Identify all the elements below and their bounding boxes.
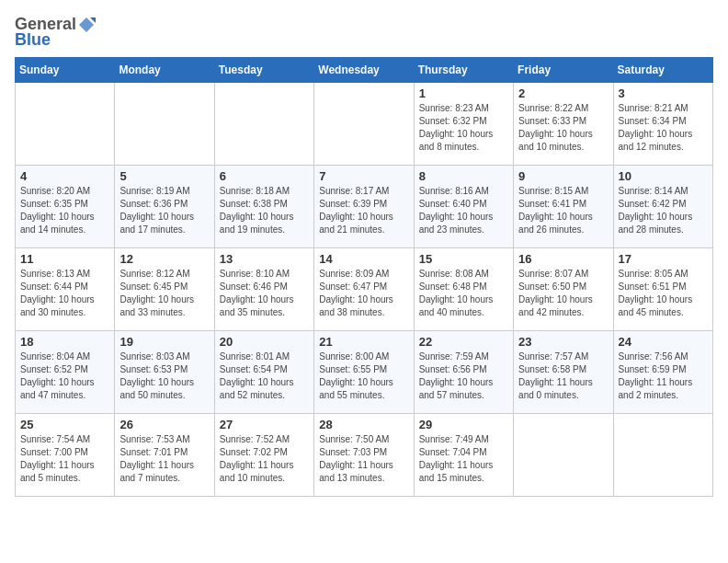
calendar-cell: 10Sunrise: 8:14 AM Sunset: 6:42 PM Dayli… (613, 166, 712, 248)
calendar-cell: 21Sunrise: 8:00 AM Sunset: 6:55 PM Dayli… (314, 331, 414, 414)
day-info: Sunrise: 8:17 AM Sunset: 6:39 PM Dayligh… (319, 185, 408, 236)
calendar-header-row: SundayMondayTuesdayWednesdayThursdayFrid… (16, 58, 713, 83)
day-number: 22 (419, 335, 508, 349)
calendar-cell (613, 414, 712, 497)
calendar-cell: 13Sunrise: 8:10 AM Sunset: 6:46 PM Dayli… (214, 248, 313, 331)
day-number: 14 (319, 252, 408, 266)
day-number: 11 (20, 252, 109, 266)
day-number: 10 (619, 169, 708, 183)
day-number: 3 (619, 86, 708, 100)
calendar-cell: 16Sunrise: 8:07 AM Sunset: 6:50 PM Dayli… (514, 248, 613, 331)
calendar-cell: 29Sunrise: 7:49 AM Sunset: 7:04 PM Dayli… (414, 414, 513, 497)
day-header-monday: Monday (115, 58, 214, 83)
day-number: 29 (419, 418, 508, 431)
day-info: Sunrise: 7:54 AM Sunset: 7:00 PM Dayligh… (20, 433, 109, 485)
calendar-cell: 4Sunrise: 8:20 AM Sunset: 6:35 PM Daylig… (16, 166, 115, 248)
calendar-week-row: 4Sunrise: 8:20 AM Sunset: 6:35 PM Daylig… (16, 166, 713, 248)
calendar-cell: 23Sunrise: 7:57 AM Sunset: 6:58 PM Dayli… (514, 331, 613, 414)
day-number: 28 (319, 418, 408, 431)
day-header-saturday: Saturday (613, 58, 712, 83)
day-number: 18 (20, 335, 109, 349)
day-number: 24 (619, 335, 708, 349)
calendar-week-row: 1Sunrise: 8:23 AM Sunset: 6:32 PM Daylig… (16, 83, 713, 166)
day-number: 6 (220, 169, 309, 183)
day-info: Sunrise: 8:21 AM Sunset: 6:34 PM Dayligh… (619, 102, 708, 154)
day-number: 4 (20, 169, 109, 183)
calendar-cell (16, 83, 115, 166)
calendar-cell (115, 83, 214, 166)
day-info: Sunrise: 7:56 AM Sunset: 6:59 PM Dayligh… (619, 350, 708, 402)
day-info: Sunrise: 8:15 AM Sunset: 6:41 PM Dayligh… (518, 185, 608, 236)
day-header-sunday: Sunday (16, 58, 115, 83)
day-number: 5 (119, 169, 209, 183)
day-info: Sunrise: 8:05 AM Sunset: 6:51 PM Dayligh… (619, 268, 708, 319)
calendar-week-row: 18Sunrise: 8:04 AM Sunset: 6:52 PM Dayli… (16, 331, 713, 414)
day-number: 15 (419, 252, 508, 266)
calendar-cell: 12Sunrise: 8:12 AM Sunset: 6:45 PM Dayli… (115, 248, 214, 331)
day-number: 21 (319, 335, 408, 349)
day-info: Sunrise: 7:57 AM Sunset: 6:58 PM Dayligh… (518, 350, 608, 402)
day-number: 7 (319, 169, 408, 183)
day-info: Sunrise: 8:12 AM Sunset: 6:45 PM Dayligh… (119, 268, 209, 319)
day-number: 23 (518, 335, 608, 349)
calendar-cell: 26Sunrise: 7:53 AM Sunset: 7:01 PM Dayli… (115, 414, 214, 497)
day-info: Sunrise: 7:49 AM Sunset: 7:04 PM Dayligh… (419, 433, 508, 485)
calendar-cell: 28Sunrise: 7:50 AM Sunset: 7:03 PM Dayli… (314, 414, 414, 497)
day-info: Sunrise: 8:09 AM Sunset: 6:47 PM Dayligh… (319, 268, 408, 319)
day-number: 20 (220, 335, 309, 349)
calendar-body: 1Sunrise: 8:23 AM Sunset: 6:32 PM Daylig… (16, 83, 713, 497)
day-header-wednesday: Wednesday (314, 58, 414, 83)
calendar-cell: 1Sunrise: 8:23 AM Sunset: 6:32 PM Daylig… (414, 83, 513, 166)
day-header-friday: Friday (514, 58, 613, 83)
day-info: Sunrise: 8:00 AM Sunset: 6:55 PM Dayligh… (319, 350, 408, 402)
day-info: Sunrise: 8:23 AM Sunset: 6:32 PM Dayligh… (419, 102, 508, 154)
calendar-cell: 25Sunrise: 7:54 AM Sunset: 7:00 PM Dayli… (16, 414, 115, 497)
day-info: Sunrise: 8:14 AM Sunset: 6:42 PM Dayligh… (619, 185, 708, 236)
day-info: Sunrise: 7:52 AM Sunset: 7:02 PM Dayligh… (220, 433, 309, 485)
day-info: Sunrise: 8:16 AM Sunset: 6:40 PM Dayligh… (419, 185, 508, 236)
day-number: 27 (220, 418, 309, 431)
day-number: 19 (119, 335, 209, 349)
calendar-cell: 15Sunrise: 8:08 AM Sunset: 6:48 PM Dayli… (414, 248, 513, 331)
logo: General Blue (15, 15, 96, 50)
day-info: Sunrise: 8:07 AM Sunset: 6:50 PM Dayligh… (518, 268, 608, 319)
calendar-cell (214, 83, 313, 166)
day-number: 2 (518, 86, 608, 100)
day-header-tuesday: Tuesday (214, 58, 313, 83)
day-info: Sunrise: 8:19 AM Sunset: 6:36 PM Dayligh… (119, 185, 209, 236)
day-number: 12 (119, 252, 209, 266)
day-info: Sunrise: 7:59 AM Sunset: 6:56 PM Dayligh… (419, 350, 508, 402)
calendar-cell: 20Sunrise: 8:01 AM Sunset: 6:54 PM Dayli… (214, 331, 313, 414)
day-info: Sunrise: 8:18 AM Sunset: 6:38 PM Dayligh… (220, 185, 309, 236)
day-number: 1 (419, 86, 508, 100)
calendar-cell: 7Sunrise: 8:17 AM Sunset: 6:39 PM Daylig… (314, 166, 414, 248)
calendar-cell (514, 414, 613, 497)
calendar-cell: 22Sunrise: 7:59 AM Sunset: 6:56 PM Dayli… (414, 331, 513, 414)
calendar-cell: 19Sunrise: 8:03 AM Sunset: 6:53 PM Dayli… (115, 331, 214, 414)
calendar-cell: 6Sunrise: 8:18 AM Sunset: 6:38 PM Daylig… (214, 166, 313, 248)
calendar-table: SundayMondayTuesdayWednesdayThursdayFrid… (15, 57, 713, 497)
day-number: 13 (220, 252, 309, 266)
day-info: Sunrise: 8:20 AM Sunset: 6:35 PM Dayligh… (20, 185, 109, 236)
day-info: Sunrise: 8:22 AM Sunset: 6:33 PM Dayligh… (518, 102, 608, 154)
day-info: Sunrise: 8:01 AM Sunset: 6:54 PM Dayligh… (220, 350, 309, 402)
calendar-cell: 27Sunrise: 7:52 AM Sunset: 7:02 PM Dayli… (214, 414, 313, 497)
day-number: 25 (20, 418, 109, 431)
calendar-cell: 2Sunrise: 8:22 AM Sunset: 6:33 PM Daylig… (514, 83, 613, 166)
day-number: 9 (518, 169, 608, 183)
day-number: 26 (119, 418, 209, 431)
logo-blue-text: Blue (15, 30, 51, 50)
calendar-cell: 14Sunrise: 8:09 AM Sunset: 6:47 PM Dayli… (314, 248, 414, 331)
day-number: 8 (419, 169, 508, 183)
calendar-cell (314, 83, 414, 166)
day-info: Sunrise: 7:53 AM Sunset: 7:01 PM Dayligh… (119, 433, 209, 485)
day-number: 17 (619, 252, 708, 266)
day-info: Sunrise: 8:13 AM Sunset: 6:44 PM Dayligh… (20, 268, 109, 319)
calendar-cell: 3Sunrise: 8:21 AM Sunset: 6:34 PM Daylig… (613, 83, 712, 166)
day-info: Sunrise: 8:08 AM Sunset: 6:48 PM Dayligh… (419, 268, 508, 319)
calendar-cell: 8Sunrise: 8:16 AM Sunset: 6:40 PM Daylig… (414, 166, 513, 248)
day-info: Sunrise: 8:03 AM Sunset: 6:53 PM Dayligh… (119, 350, 209, 402)
calendar-cell: 18Sunrise: 8:04 AM Sunset: 6:52 PM Dayli… (16, 331, 115, 414)
calendar-week-row: 11Sunrise: 8:13 AM Sunset: 6:44 PM Dayli… (16, 248, 713, 331)
day-header-thursday: Thursday (414, 58, 513, 83)
